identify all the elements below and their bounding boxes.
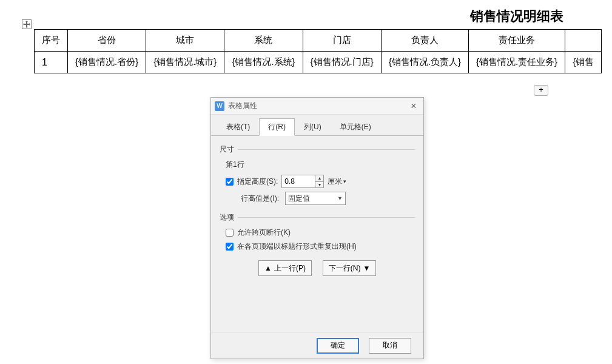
row-height-type-label: 行高值是(I): xyxy=(226,194,279,204)
cell-city[interactable]: {销售情况.城市} xyxy=(146,52,224,73)
cell-store[interactable]: {销售情况.门店} xyxy=(303,52,381,73)
table-header-row[interactable]: 序号 省份 城市 系统 门店 负责人 责任业务 xyxy=(35,30,602,52)
tab-strip: 表格(T) 行(R) 列(U) 单元格(E) xyxy=(211,115,423,136)
table-move-handle[interactable] xyxy=(22,19,32,29)
row-number-label: 第1行 xyxy=(226,160,415,170)
height-spinner[interactable]: ▲ ▼ xyxy=(315,175,324,188)
down-arrow-icon: ▼ xyxy=(363,264,370,272)
repeat-header-checkbox[interactable] xyxy=(226,243,234,251)
options-group-label: 选项 xyxy=(220,212,415,223)
cell-extra[interactable]: {销售 xyxy=(565,52,602,73)
dialog-footer: 确定 取消 xyxy=(211,332,423,359)
cell-province[interactable]: {销售情况.省份} xyxy=(68,52,146,73)
spinner-up-icon[interactable]: ▲ xyxy=(315,175,323,182)
allow-break-checkbox[interactable] xyxy=(226,229,234,237)
col-store: 门店 xyxy=(303,30,381,52)
specify-height-checkbox[interactable] xyxy=(226,178,234,186)
prev-row-button[interactable]: ▲ 上一行(P) xyxy=(258,260,312,276)
ok-button[interactable]: 确定 xyxy=(317,338,359,354)
cell-seq[interactable]: 1 xyxy=(35,52,68,73)
document-title: 销售情况明细表 xyxy=(470,7,563,25)
tab-cell[interactable]: 单元格(E) xyxy=(331,118,380,136)
tab-row[interactable]: 行(R) xyxy=(259,118,295,136)
height-input[interactable] xyxy=(281,175,315,188)
specify-height-label: 指定高度(S): xyxy=(237,177,278,187)
close-icon: × xyxy=(411,101,416,112)
col-city: 城市 xyxy=(146,30,224,52)
repeat-header-label: 在各页顶端以标题行形式重复出现(H) xyxy=(237,241,357,252)
move-icon xyxy=(23,21,30,28)
add-row-button[interactable]: + xyxy=(534,85,548,96)
app-icon: W xyxy=(215,101,224,111)
dialog-titlebar[interactable]: W 表格属性 × xyxy=(211,98,423,115)
up-arrow-icon: ▲ xyxy=(264,264,272,272)
col-business: 责任业务 xyxy=(468,30,565,52)
sales-detail-table[interactable]: 序号 省份 城市 系统 门店 负责人 责任业务 1 {销售情况.省份} {销售情… xyxy=(34,29,602,73)
table-properties-dialog: W 表格属性 × 表格(T) 行(R) 列(U) 单元格(E) 尺寸 第1行 指… xyxy=(210,97,424,359)
cell-business[interactable]: {销售情况.责任业务} xyxy=(468,52,565,73)
table-row[interactable]: 1 {销售情况.省份} {销售情况.城市} {销售情况.系统} {销售情况.门店… xyxy=(35,52,602,73)
dialog-title: 表格属性 xyxy=(228,101,408,111)
tab-table[interactable]: 表格(T) xyxy=(217,118,259,136)
tab-content-row: 尺寸 第1行 指定高度(S): ▲ ▼ 厘米 行高值是(I): xyxy=(211,135,423,332)
col-owner: 负责人 xyxy=(381,30,468,52)
next-row-button[interactable]: 下一行(N) ▼ xyxy=(323,260,376,276)
cancel-button[interactable]: 取消 xyxy=(369,338,411,354)
close-button[interactable]: × xyxy=(408,100,420,112)
allow-break-label: 允许跨页断行(K) xyxy=(237,228,291,238)
col-province: 省份 xyxy=(68,30,146,52)
height-unit-dropdown[interactable]: 厘米 xyxy=(328,177,346,187)
cell-system[interactable]: {销售情况.系统} xyxy=(224,52,303,73)
col-system: 系统 xyxy=(224,30,303,52)
size-group-label: 尺寸 xyxy=(220,144,415,155)
spinner-down-icon[interactable]: ▼ xyxy=(315,182,323,188)
tab-column[interactable]: 列(U) xyxy=(295,118,331,136)
col-seq: 序号 xyxy=(35,30,68,52)
col-extra xyxy=(565,30,602,52)
cell-owner[interactable]: {销售情况.负责人} xyxy=(381,52,468,73)
row-height-type-select[interactable]: 固定值 xyxy=(285,192,346,205)
